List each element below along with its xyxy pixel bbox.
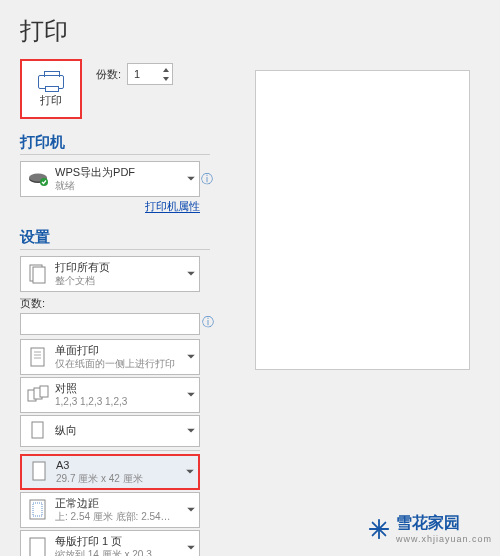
chevron-down-icon bbox=[187, 546, 195, 551]
section-settings: 设置 bbox=[20, 228, 210, 250]
copies-up[interactable] bbox=[161, 65, 171, 74]
copies-label: 份数: bbox=[96, 67, 121, 82]
perpage-title: 每版打印 1 页 bbox=[55, 535, 122, 547]
page-preview bbox=[255, 70, 470, 370]
perpage-sub: 缩放到 14 厘米 x 20.3… bbox=[55, 549, 181, 556]
orientation-select[interactable]: 纵向 bbox=[20, 415, 200, 447]
collate-select[interactable]: 对照 1,2,3 1,2,3 1,2,3 bbox=[20, 377, 200, 413]
separator bbox=[20, 450, 200, 451]
svg-rect-12 bbox=[32, 422, 43, 438]
info-icon[interactable]: ⓘ bbox=[201, 171, 213, 188]
chevron-down-icon bbox=[187, 355, 195, 360]
collate-icon bbox=[27, 383, 49, 407]
chevron-down-icon bbox=[187, 393, 195, 398]
scope-sub: 整个文档 bbox=[55, 275, 181, 288]
paper-size-select[interactable]: A3 29.7 厘米 x 42 厘米 bbox=[20, 454, 200, 490]
pages-input[interactable] bbox=[20, 313, 200, 335]
side-sub: 仅在纸面的一侧上进行打印 bbox=[55, 358, 181, 371]
page-icon bbox=[28, 460, 50, 484]
print-button[interactable]: 打印 bbox=[20, 59, 82, 119]
svg-rect-13 bbox=[33, 462, 45, 480]
copies-value: 1 bbox=[134, 68, 140, 80]
margin-title: 正常边距 bbox=[55, 497, 99, 509]
chevron-down-icon bbox=[187, 177, 195, 182]
printer-icon bbox=[38, 71, 64, 91]
side-title: 单面打印 bbox=[55, 344, 99, 356]
margin-sub: 上: 2.54 厘米 底部: 2.54… bbox=[55, 511, 181, 524]
snowflake-icon bbox=[368, 518, 390, 540]
collate-title: 对照 bbox=[55, 382, 77, 394]
copies-input[interactable]: 1 bbox=[127, 63, 173, 85]
collate-sub: 1,2,3 1,2,3 1,2,3 bbox=[55, 396, 181, 409]
section-printer: 打印机 bbox=[20, 133, 210, 155]
pages-icon bbox=[27, 262, 49, 286]
paper-sub: 29.7 厘米 x 42 厘米 bbox=[56, 473, 180, 486]
scope-select[interactable]: 打印所有页 整个文档 bbox=[20, 256, 200, 292]
margin-icon bbox=[27, 498, 49, 522]
info-icon[interactable]: ⓘ bbox=[202, 314, 214, 331]
chevron-down-icon bbox=[187, 429, 195, 434]
per-page-icon bbox=[27, 536, 49, 556]
chevron-down-icon bbox=[187, 508, 195, 513]
page-title: 打印 bbox=[20, 15, 210, 47]
side-select[interactable]: 单面打印 仅在纸面的一侧上进行打印 bbox=[20, 339, 200, 375]
printer-name: WPS导出为PDF bbox=[55, 166, 135, 178]
single-side-icon bbox=[27, 345, 49, 369]
margin-select[interactable]: 正常边距 上: 2.54 厘米 底部: 2.54… bbox=[20, 492, 200, 528]
paper-title: A3 bbox=[56, 459, 69, 471]
watermark-brand: 雪花家园 bbox=[396, 514, 460, 531]
watermark-url: www.xhjiayuan.com bbox=[396, 534, 492, 544]
chevron-down-icon bbox=[187, 272, 195, 277]
printer-select[interactable]: WPS导出为PDF 就绪 ⓘ bbox=[20, 161, 200, 197]
printer-status: 就绪 bbox=[55, 180, 181, 193]
svg-rect-11 bbox=[40, 386, 48, 397]
printer-status-icon bbox=[27, 167, 49, 191]
copies-down[interactable] bbox=[161, 74, 171, 83]
link-printer-props[interactable]: 打印机属性 bbox=[145, 200, 200, 213]
portrait-icon bbox=[27, 419, 49, 443]
svg-rect-4 bbox=[33, 267, 45, 283]
per-page-select[interactable]: 每版打印 1 页 缩放到 14 厘米 x 20.3… bbox=[20, 530, 200, 556]
svg-rect-5 bbox=[31, 348, 44, 366]
orient-title: 纵向 bbox=[55, 424, 77, 436]
chevron-down-icon bbox=[186, 470, 194, 475]
print-button-label: 打印 bbox=[40, 93, 62, 108]
pages-label: 页数: ⓘ bbox=[20, 296, 200, 311]
scope-title: 打印所有页 bbox=[55, 261, 110, 273]
svg-rect-16 bbox=[30, 538, 45, 556]
watermark: 雪花家园 www.xhjiayuan.com bbox=[368, 513, 492, 544]
